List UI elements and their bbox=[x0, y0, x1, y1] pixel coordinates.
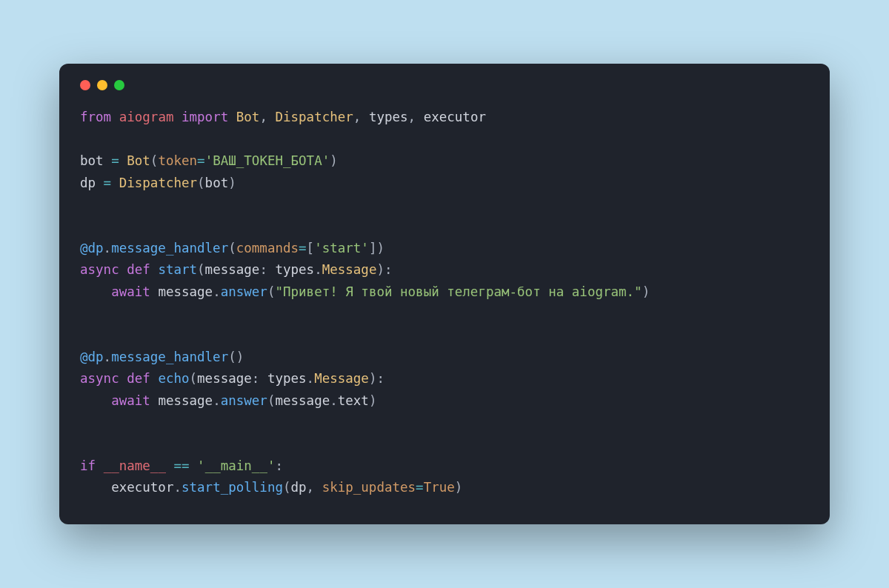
code-token: start bbox=[158, 262, 197, 277]
code-token: start_polling bbox=[182, 480, 283, 495]
code-token: message_handler bbox=[111, 241, 228, 255]
code-token: . bbox=[104, 241, 112, 255]
code-token: types bbox=[275, 262, 314, 277]
code-token: ( bbox=[197, 262, 205, 277]
code-token: : bbox=[259, 262, 275, 277]
code-token bbox=[119, 153, 127, 168]
code-token: 'ВАШ_ТОКЕН_БОТА' bbox=[205, 153, 330, 168]
code-token: , bbox=[307, 480, 322, 495]
code-token: async def bbox=[80, 371, 150, 386]
code-token bbox=[150, 262, 159, 277]
code-token: ) bbox=[642, 284, 650, 299]
code-token bbox=[80, 393, 111, 408]
code-token bbox=[166, 458, 174, 473]
code-token: await bbox=[111, 284, 150, 299]
code-token: message_handler bbox=[111, 350, 228, 364]
code-token: skip_updates bbox=[322, 480, 416, 495]
code-token bbox=[111, 176, 119, 190]
code-token: ) bbox=[228, 176, 236, 190]
code-token: Message bbox=[322, 262, 377, 277]
code-token: . bbox=[314, 262, 322, 277]
code-token: aiogram bbox=[119, 110, 174, 124]
code-token: == bbox=[173, 458, 189, 473]
zoom-icon[interactable] bbox=[114, 80, 124, 90]
code-token: . bbox=[173, 480, 182, 495]
code-token: Bot bbox=[236, 110, 260, 124]
code-token: import bbox=[182, 110, 228, 124]
code-token: from bbox=[80, 110, 111, 124]
code-token: executor bbox=[80, 480, 173, 495]
code-token: ( bbox=[267, 284, 276, 299]
code-token bbox=[190, 458, 198, 473]
code-token: echo bbox=[158, 371, 189, 386]
code-token: , bbox=[259, 110, 275, 124]
code-token: message bbox=[150, 284, 213, 299]
code-token: = bbox=[299, 241, 307, 255]
code-token bbox=[228, 110, 236, 124]
code-token: ( bbox=[228, 241, 236, 255]
code-token: types bbox=[267, 371, 307, 386]
code-token: await bbox=[111, 393, 150, 408]
code-token: message bbox=[197, 371, 252, 386]
code-token: : bbox=[252, 371, 267, 386]
code-token: dp bbox=[80, 176, 104, 190]
code-token: : bbox=[275, 458, 283, 473]
code-token: __name__ bbox=[104, 458, 166, 473]
code-token: 'start' bbox=[314, 241, 369, 255]
code-token: ) bbox=[330, 153, 338, 168]
code-token: ( bbox=[283, 480, 291, 495]
code-token: , bbox=[353, 110, 369, 124]
code-token bbox=[173, 110, 182, 124]
code-token bbox=[80, 284, 111, 299]
minimize-icon[interactable] bbox=[97, 80, 107, 90]
code-token: bot bbox=[205, 176, 229, 190]
code-token: = bbox=[416, 480, 424, 495]
code-token: Dispatcher bbox=[119, 176, 197, 190]
code-token: commands bbox=[236, 241, 299, 255]
code-token: = bbox=[197, 153, 205, 168]
code-token: = bbox=[104, 176, 112, 190]
code-token: . bbox=[104, 350, 112, 364]
code-token: . bbox=[213, 284, 221, 299]
code-token: Dispatcher bbox=[275, 110, 353, 124]
code-token: ) bbox=[455, 480, 463, 495]
code-token: = bbox=[111, 153, 119, 168]
code-token: () bbox=[228, 350, 244, 364]
code-token bbox=[111, 110, 119, 124]
code-token: ( bbox=[150, 153, 159, 168]
close-icon[interactable] bbox=[80, 80, 90, 90]
code-token: . bbox=[330, 393, 338, 408]
code-token: ) bbox=[369, 393, 377, 408]
code-token: message bbox=[205, 262, 260, 277]
code-token: ( bbox=[197, 176, 205, 190]
code-token: [ bbox=[307, 241, 315, 255]
code-token: types bbox=[369, 110, 408, 124]
code-token: answer bbox=[221, 284, 267, 299]
window-controls bbox=[80, 80, 809, 90]
code-token: ( bbox=[190, 371, 198, 386]
code-block: from aiogram import Bot, Dispatcher, typ… bbox=[80, 107, 809, 498]
code-window: from aiogram import Bot, Dispatcher, typ… bbox=[59, 64, 830, 524]
code-token: async def bbox=[80, 262, 150, 277]
code-token: message bbox=[275, 393, 330, 408]
code-token: executor bbox=[424, 110, 486, 124]
code-token: @dp bbox=[80, 350, 104, 364]
code-token: answer bbox=[221, 393, 267, 408]
code-token: . bbox=[213, 393, 221, 408]
code-token: ): bbox=[369, 371, 384, 386]
code-token bbox=[150, 371, 159, 386]
code-token: text bbox=[338, 393, 369, 408]
code-token: Message bbox=[314, 371, 369, 386]
code-token: if bbox=[80, 458, 96, 473]
code-token: @dp bbox=[80, 241, 104, 255]
code-token: '__main__' bbox=[197, 458, 275, 473]
code-token: ( bbox=[267, 393, 276, 408]
code-token: token bbox=[158, 153, 197, 168]
code-token: True bbox=[424, 480, 455, 495]
code-token: Bot bbox=[127, 153, 150, 168]
code-token bbox=[96, 458, 104, 473]
code-token: message bbox=[150, 393, 213, 408]
code-token: . bbox=[307, 371, 315, 386]
code-token: "Привет! Я твой новый телеграм-бот на ai… bbox=[275, 284, 642, 299]
code-token: , bbox=[408, 110, 424, 124]
